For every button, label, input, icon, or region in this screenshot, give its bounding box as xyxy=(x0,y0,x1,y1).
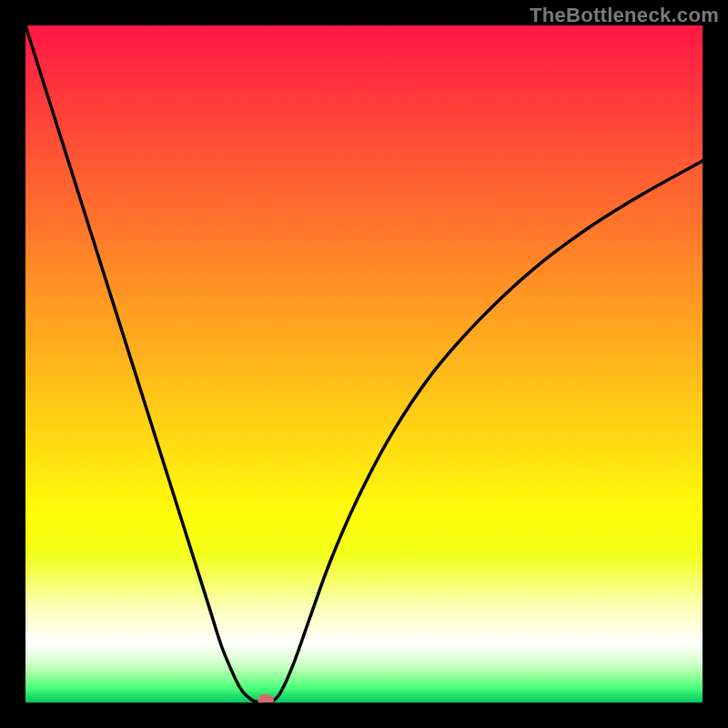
curve-path xyxy=(25,25,703,703)
chart-frame: TheBottleneck.com xyxy=(0,0,728,728)
watermark-text: TheBottleneck.com xyxy=(530,4,719,27)
minimum-marker xyxy=(258,694,274,703)
bottleneck-curve xyxy=(25,25,703,703)
plot-area xyxy=(25,25,703,703)
